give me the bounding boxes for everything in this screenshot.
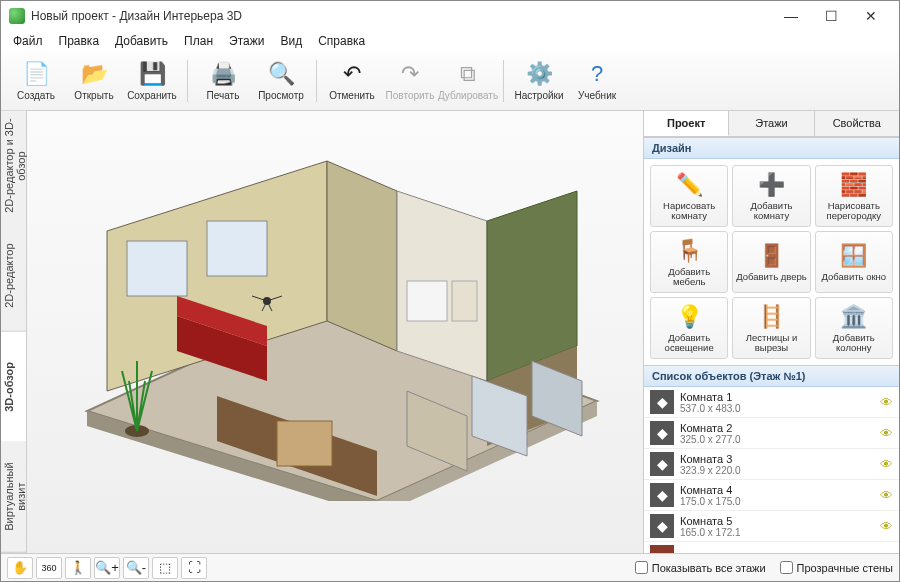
toolbar-separator bbox=[503, 60, 504, 102]
menu-view[interactable]: Вид bbox=[272, 32, 310, 50]
open-icon: 📂 bbox=[80, 60, 108, 88]
redo-icon: ↷ bbox=[396, 60, 424, 88]
room-icon: ◆ bbox=[650, 421, 674, 445]
close-button[interactable]: ✕ bbox=[851, 4, 891, 28]
rtab-properties[interactable]: Свойства bbox=[815, 111, 899, 136]
zoom-out-button[interactable]: 🔍- bbox=[123, 557, 149, 579]
bottom-toolbar: ✋ 360 🚶 🔍+ 🔍- ⬚ ⛶ Показывать все этажи П… bbox=[1, 553, 899, 581]
partition-icon: 🧱 bbox=[840, 171, 867, 199]
viewport-3d[interactable] bbox=[27, 111, 643, 553]
rtab-floors[interactable]: Этажи bbox=[729, 111, 814, 136]
add-column-button[interactable]: 🏛️ Добавить колонну bbox=[815, 297, 893, 359]
objects-header: Список объектов (Этаж №1) bbox=[644, 365, 899, 387]
design-header: Дизайн bbox=[644, 137, 899, 159]
column-icon: 🏛️ bbox=[840, 303, 867, 331]
visibility-toggle[interactable]: 👁 bbox=[880, 395, 893, 410]
vtab-virtual[interactable]: Виртуальный визит bbox=[1, 442, 26, 553]
object-list[interactable]: ◆ Комната 1 537.0 x 483.0 👁 ◆ Комната 2 … bbox=[644, 387, 899, 553]
window-controls: — ☐ ✕ bbox=[771, 4, 891, 28]
print-icon: 🖨️ bbox=[209, 60, 237, 88]
list-item[interactable]: ◆ Комната 5 165.0 x 172.1 👁 bbox=[644, 511, 899, 542]
create-icon: 📄 bbox=[22, 60, 50, 88]
settings-icon: ⚙️ bbox=[525, 60, 553, 88]
vtab-3d[interactable]: 3D-обзор bbox=[1, 332, 26, 443]
stairs-icon: 🪜 bbox=[758, 303, 785, 331]
maximize-button[interactable]: ☐ bbox=[811, 4, 851, 28]
menu-add[interactable]: Добавить bbox=[107, 32, 176, 50]
visibility-toggle[interactable]: 👁 bbox=[880, 519, 893, 534]
preview-icon: 🔍 bbox=[267, 60, 295, 88]
show-all-floors-checkbox[interactable] bbox=[635, 561, 648, 574]
menu-help[interactable]: Справка bbox=[310, 32, 373, 50]
right-panel: Проект Этажи Свойства Дизайн ✏️ Нарисова… bbox=[643, 111, 899, 553]
menu-plan[interactable]: План bbox=[176, 32, 221, 50]
draw-room-icon: ✏️ bbox=[676, 171, 703, 199]
visibility-toggle[interactable]: 👁 bbox=[880, 488, 893, 503]
design-tool-grid: ✏️ Нарисовать комнату ➕ Добавить комнату… bbox=[644, 159, 899, 365]
tutorial-button[interactable]: ? Учебник bbox=[568, 54, 626, 108]
toolbar-separator bbox=[316, 60, 317, 102]
list-item[interactable]: ◆ Комната 2 325.0 x 277.0 👁 bbox=[644, 418, 899, 449]
menu-edit[interactable]: Правка bbox=[51, 32, 108, 50]
preview-button[interactable]: 🔍 Просмотр bbox=[252, 54, 310, 108]
main-toolbar: 📄 Создать 📂 Открыть 💾 Сохранить 🖨️ Печат… bbox=[1, 51, 899, 111]
draw-room-button[interactable]: ✏️ Нарисовать комнату bbox=[650, 165, 728, 227]
undo-button[interactable]: ↶ Отменить bbox=[323, 54, 381, 108]
room-icon: ◆ bbox=[650, 452, 674, 476]
lighting-icon: 💡 bbox=[676, 303, 703, 331]
transparent-walls-check[interactable]: Прозрачные стены bbox=[780, 561, 893, 574]
vtab-2d-3d[interactable]: 2D-редактор и 3D-обзор bbox=[1, 111, 26, 221]
svg-rect-5 bbox=[127, 241, 187, 296]
rotate360-button[interactable]: 360 bbox=[36, 557, 62, 579]
furniture-item-icon: ▬ bbox=[650, 545, 674, 553]
zoom-in-button[interactable]: 🔍+ bbox=[94, 557, 120, 579]
open-button[interactable]: 📂 Открыть bbox=[65, 54, 123, 108]
add-door-button[interactable]: 🚪 Добавить дверь bbox=[732, 231, 810, 293]
vtab-2d[interactable]: 2D-редактор bbox=[1, 221, 26, 332]
window-title: Новый проект - Дизайн Интерьера 3D bbox=[31, 9, 771, 23]
visibility-toggle[interactable]: 👁 bbox=[880, 550, 893, 554]
rtab-project[interactable]: Проект bbox=[644, 111, 729, 136]
svg-rect-19 bbox=[277, 421, 332, 466]
app-icon bbox=[9, 8, 25, 24]
toolbar-separator bbox=[187, 60, 188, 102]
create-button[interactable]: 📄 Создать bbox=[7, 54, 65, 108]
visibility-toggle[interactable]: 👁 bbox=[880, 426, 893, 441]
settings-button[interactable]: ⚙️ Настройки bbox=[510, 54, 568, 108]
save-button[interactable]: 💾 Сохранить bbox=[123, 54, 181, 108]
furniture-icon: 🪑 bbox=[676, 237, 703, 265]
zoom-area-button[interactable]: ⬚ bbox=[152, 557, 178, 579]
show-all-floors-check[interactable]: Показывать все этажи bbox=[635, 561, 766, 574]
draw-partition-button[interactable]: 🧱 Нарисовать перегородку bbox=[815, 165, 893, 227]
list-item[interactable]: ◆ Комната 3 323.9 x 220.0 👁 bbox=[644, 449, 899, 480]
duplicate-icon: ⧉ bbox=[454, 60, 482, 88]
title-bar: Новый проект - Дизайн Интерьера 3D — ☐ ✕ bbox=[1, 1, 899, 31]
list-item[interactable]: ▬ Диван еврокнижка 👁 bbox=[644, 542, 899, 553]
menu-file[interactable]: Файл bbox=[5, 32, 51, 50]
undo-icon: ↶ bbox=[338, 60, 366, 88]
menu-floors[interactable]: Этажи bbox=[221, 32, 272, 50]
view-tabs: 2D-редактор и 3D-обзор 2D-редактор 3D-об… bbox=[1, 111, 27, 553]
visibility-toggle[interactable]: 👁 bbox=[880, 457, 893, 472]
walk-button[interactable]: 🚶 bbox=[65, 557, 91, 579]
duplicate-button[interactable]: ⧉ Дублировать bbox=[439, 54, 497, 108]
svg-rect-12 bbox=[452, 281, 477, 321]
transparent-walls-checkbox[interactable] bbox=[780, 561, 793, 574]
svg-rect-6 bbox=[207, 221, 267, 276]
fit-button[interactable]: ⛶ bbox=[181, 557, 207, 579]
list-item[interactable]: ◆ Комната 1 537.0 x 483.0 👁 bbox=[644, 387, 899, 418]
pan-button[interactable]: ✋ bbox=[7, 557, 33, 579]
add-lighting-button[interactable]: 💡 Добавить освещение bbox=[650, 297, 728, 359]
main-area: 2D-редактор и 3D-обзор 2D-редактор 3D-об… bbox=[1, 111, 899, 553]
add-room-button[interactable]: ➕ Добавить комнату bbox=[732, 165, 810, 227]
floor-plan-3d bbox=[67, 121, 607, 501]
list-item[interactable]: ◆ Комната 4 175.0 x 175.0 👁 bbox=[644, 480, 899, 511]
add-furniture-button[interactable]: 🪑 Добавить мебель bbox=[650, 231, 728, 293]
minimize-button[interactable]: — bbox=[771, 4, 811, 28]
stairs-cutouts-button[interactable]: 🪜 Лестницы и вырезы bbox=[732, 297, 810, 359]
panel-tabs: Проект Этажи Свойства bbox=[644, 111, 899, 137]
print-button[interactable]: 🖨️ Печать bbox=[194, 54, 252, 108]
redo-button[interactable]: ↷ Повторить bbox=[381, 54, 439, 108]
add-window-button[interactable]: 🪟 Добавить окно bbox=[815, 231, 893, 293]
room-icon: ◆ bbox=[650, 390, 674, 414]
